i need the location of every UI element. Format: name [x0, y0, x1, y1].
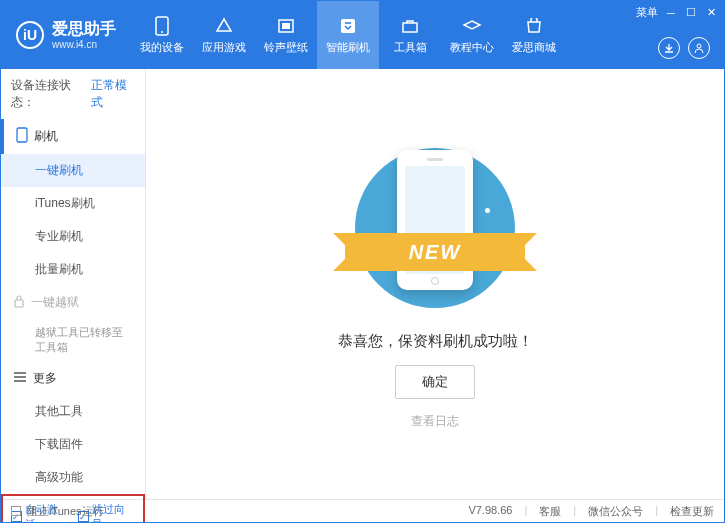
- app-title: 爱思助手: [52, 19, 116, 38]
- app-logo-icon: iU: [16, 21, 44, 49]
- menu-label[interactable]: 菜单: [636, 5, 658, 20]
- connection-status: 设备连接状态： 正常模式: [1, 69, 145, 119]
- maximize-button[interactable]: ☐: [684, 6, 698, 20]
- sidebar-item-download-firmware[interactable]: 下载固件: [1, 428, 145, 461]
- svg-rect-8: [15, 300, 23, 307]
- phone-icon: [152, 16, 172, 36]
- svg-point-6: [697, 44, 701, 48]
- sidebar-item-onekey-flash[interactable]: 一键刷机: [1, 154, 145, 187]
- lock-icon: [13, 294, 25, 311]
- nav-toolbox[interactable]: 工具箱: [379, 1, 441, 69]
- view-log-link[interactable]: 查看日志: [411, 413, 459, 430]
- svg-point-1: [161, 31, 163, 33]
- success-message: 恭喜您，保资料刷机成功啦！: [338, 332, 533, 351]
- sidebar-item-batch-flash[interactable]: 批量刷机: [1, 253, 145, 286]
- nav-store[interactable]: 爱思商城: [503, 1, 565, 69]
- nav-apps[interactable]: 应用游戏: [193, 1, 255, 69]
- app-header: iU 爱思助手 www.i4.cn 我的设备 应用游戏 铃声壁纸 智能刷机 工具…: [1, 1, 724, 69]
- download-button[interactable]: [658, 37, 680, 59]
- toolbox-icon: [400, 16, 420, 36]
- jailbreak-note: 越狱工具已转移至工具箱: [1, 319, 145, 362]
- sidebar-item-other-tools[interactable]: 其他工具: [1, 395, 145, 428]
- logo-area: iU 爱思助手 www.i4.cn: [1, 19, 131, 50]
- phone-small-icon: [16, 127, 28, 146]
- flash-icon: [338, 16, 358, 36]
- customer-service-link[interactable]: 客服: [539, 504, 561, 519]
- nav-ringtone[interactable]: 铃声壁纸: [255, 1, 317, 69]
- checkbox-block-itunes[interactable]: [11, 506, 21, 516]
- ok-button[interactable]: 确定: [395, 365, 475, 399]
- sidebar: 设备连接状态： 正常模式 刷机 一键刷机 iTunes刷机 专业刷机 批量刷机 …: [1, 69, 146, 499]
- svg-rect-5: [403, 23, 417, 32]
- app-url: www.i4.cn: [52, 39, 116, 51]
- wallpaper-icon: [276, 16, 296, 36]
- wechat-link[interactable]: 微信公众号: [588, 504, 643, 519]
- svg-rect-4: [341, 19, 355, 33]
- connection-mode: 正常模式: [91, 77, 135, 111]
- main-content: NEW 恭喜您，保资料刷机成功啦！ 确定 查看日志: [146, 69, 724, 499]
- block-itunes-label: 阻止iTunes运行: [27, 504, 104, 519]
- sidebar-item-advanced[interactable]: 高级功能: [1, 461, 145, 494]
- nav-tutorial[interactable]: 教程中心: [441, 1, 503, 69]
- store-icon: [524, 16, 544, 36]
- account-button[interactable]: [688, 37, 710, 59]
- graduation-icon: [462, 16, 482, 36]
- apps-icon: [214, 16, 234, 36]
- version-label: V7.98.66: [468, 504, 512, 519]
- window-controls: 菜单 ─ ☐ ✕: [636, 5, 718, 20]
- new-ribbon: NEW: [345, 233, 525, 271]
- sidebar-item-pro-flash[interactable]: 专业刷机: [1, 220, 145, 253]
- menu-icon: [13, 371, 27, 386]
- check-update-link[interactable]: 检查更新: [670, 504, 714, 519]
- sidebar-flash-title[interactable]: 刷机: [1, 119, 145, 154]
- sidebar-more-title[interactable]: 更多: [1, 362, 145, 395]
- nav-my-device[interactable]: 我的设备: [131, 1, 193, 69]
- close-button[interactable]: ✕: [704, 6, 718, 20]
- sidebar-item-itunes-flash[interactable]: iTunes刷机: [1, 187, 145, 220]
- success-illustration: NEW: [345, 138, 525, 318]
- svg-rect-3: [282, 23, 290, 29]
- sidebar-jailbreak-title: 一键越狱: [1, 286, 145, 319]
- nav-smart-flash[interactable]: 智能刷机: [317, 1, 379, 69]
- minimize-button[interactable]: ─: [664, 6, 678, 20]
- svg-rect-7: [17, 128, 27, 142]
